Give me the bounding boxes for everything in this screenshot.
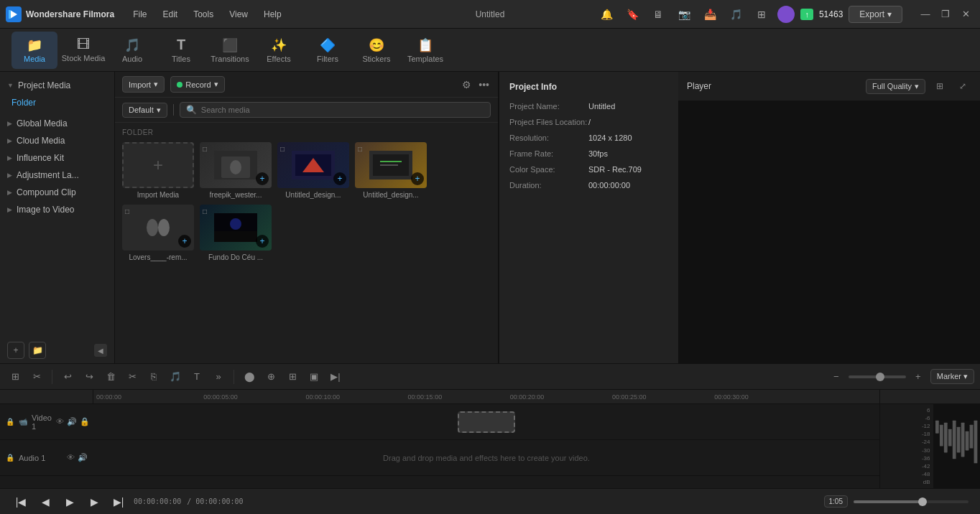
info-files-value: / [588, 118, 591, 126]
bell-icon[interactable]: 🎵 [726, 4, 746, 24]
download-icon[interactable]: 📥 [700, 4, 720, 24]
user-avatar[interactable] [777, 6, 795, 23]
step-forward-button[interactable]: ▶ [85, 492, 103, 511]
toolbar-filters[interactable]: 🔷 Filters [305, 32, 351, 69]
add-to-timeline-icon[interactable]: + [333, 172, 346, 185]
more-options-icon[interactable]: ••• [477, 78, 491, 92]
step-back-button[interactable]: ◀ [36, 492, 55, 511]
file-menu[interactable]: File [126, 6, 154, 22]
sidebar-item-compound-clip[interactable]: ▶ Compound Clip [0, 184, 114, 201]
export-button[interactable]: Export ▾ [849, 6, 902, 23]
ruler-mark-25: 00:00:25:00 [612, 393, 647, 401]
toolbar-stickers[interactable]: 😊 Stickers [353, 32, 399, 69]
import-button[interactable]: Import ▾ [122, 76, 165, 93]
sidebar-item-adjustment-layer[interactable]: ▶ Adjustment La... [0, 167, 114, 184]
quality-select[interactable]: Full Quality ▾ [866, 79, 925, 94]
list-item[interactable]: □ + Lovers____-rem... [122, 205, 194, 261]
toolbar-templates[interactable]: 📋 Templates [402, 32, 448, 69]
svg-rect-22 [943, 423, 947, 453]
forward-button[interactable]: ▶| [326, 368, 345, 386]
collapse-sidebar-button[interactable]: ◀ [94, 344, 107, 357]
camera-icon[interactable]: 📷 [674, 4, 694, 24]
close-button[interactable]: ✕ [957, 6, 974, 23]
delete-button[interactable]: 🗑 [101, 368, 120, 386]
text-button[interactable]: T [188, 368, 206, 386]
mute-icon[interactable]: 🔊 [78, 453, 88, 462]
toolbar-stock-media[interactable]: 🎞 Stock Media [60, 32, 106, 69]
list-item[interactable]: □ + freepik_wester... [200, 142, 272, 199]
import-thumb[interactable]: + [122, 142, 194, 188]
zoom-in-button[interactable]: + [909, 368, 928, 386]
folder-icon[interactable]: 📁 [29, 342, 46, 359]
frame-icon: □ [125, 207, 129, 215]
timeline-layout-icon[interactable]: ⊞ [6, 368, 24, 386]
zoom-out-button[interactable]: − [827, 368, 846, 386]
lock-track-icon[interactable]: 🔒 [80, 417, 90, 426]
toolbar-titles[interactable]: T Titles [158, 32, 204, 69]
notification-icon[interactable]: 🔔 [596, 4, 616, 24]
add-folder-icon[interactable]: + [7, 342, 24, 359]
mute-icon[interactable]: 🔊 [67, 417, 77, 426]
more-tools-button[interactable]: » [209, 368, 228, 386]
chevron-down-icon: ▾ [157, 106, 161, 115]
ratio-button[interactable]: 1:05 [824, 495, 848, 508]
undo-button[interactable]: ↩ [58, 368, 77, 386]
minimize-button[interactable]: — [917, 6, 934, 23]
add-to-timeline-icon[interactable]: + [256, 172, 269, 185]
monitor-icon[interactable]: 🖥 [648, 4, 668, 24]
import-media-item[interactable]: + Import Media [122, 142, 194, 199]
go-end-button[interactable]: ▶| [109, 492, 128, 511]
edit-menu[interactable]: Edit [155, 6, 185, 22]
add-to-timeline-icon[interactable]: + [178, 235, 191, 248]
total-time-display: / 00:00:00:00 [187, 497, 243, 505]
search-icon: 🔍 [186, 105, 197, 115]
sidebar-item-image-to-video[interactable]: ▶ Image to Video [0, 201, 114, 218]
filter-select[interactable]: Default ▾ [122, 103, 167, 118]
go-start-button[interactable]: |◀ [11, 492, 30, 511]
play-button[interactable]: ▶ [60, 492, 79, 511]
player-tab[interactable]: Player [687, 81, 711, 91]
sidebar-item-global-media[interactable]: ▶ Global Media [0, 115, 114, 132]
toolbar-audio[interactable]: 🎵 Audio [109, 32, 155, 69]
redo-button[interactable]: ↪ [80, 368, 98, 386]
list-item[interactable]: □ + Untitled_design... [355, 142, 427, 199]
tools-menu[interactable]: Tools [186, 6, 221, 22]
clip-button[interactable]: ▣ [305, 368, 323, 386]
cut-button[interactable]: ✂ [123, 368, 142, 386]
bookmark-icon[interactable]: 🔖 [622, 4, 642, 24]
sidebar-item-project-media[interactable]: ▼ Project Media [0, 76, 114, 95]
help-menu[interactable]: Help [256, 6, 289, 22]
player-expand-icon[interactable]: ⤢ [954, 78, 971, 95]
sidebar-item-cloud-media[interactable]: ▶ Cloud Media [0, 132, 114, 149]
video-track-icon: 📹 [19, 418, 27, 426]
add-to-timeline-icon[interactable]: + [256, 235, 269, 248]
maximize-button[interactable]: ❐ [937, 6, 954, 23]
volume-slider[interactable] [854, 500, 969, 503]
search-input[interactable] [201, 106, 484, 114]
grid-icon[interactable]: ⊞ [752, 4, 772, 24]
upgrade-badge[interactable]: ↑ [800, 9, 813, 20]
snap-button[interactable]: ⊕ [262, 368, 280, 386]
record-button[interactable]: Record ▾ [170, 76, 224, 93]
audio-button[interactable]: 🎵 [166, 368, 185, 386]
view-menu[interactable]: View [222, 6, 255, 22]
toolbar-media[interactable]: 📁 Media [11, 32, 57, 69]
copy-button[interactable]: ⎘ [144, 368, 163, 386]
filter-icon[interactable]: ⚙ [461, 78, 473, 92]
sidebar-item-influence-kit[interactable]: ▶ Influence Kit [0, 149, 114, 167]
add-to-timeline-icon[interactable]: + [411, 172, 424, 185]
svg-rect-28 [969, 425, 973, 449]
list-item[interactable]: □ + Untitled_design... [277, 142, 349, 199]
record-button[interactable]: ⬤ [240, 368, 259, 386]
player-grid-icon[interactable]: ⊞ [931, 78, 948, 95]
timeline-tools-icon[interactable]: ✂ [27, 368, 46, 386]
eye-icon[interactable]: 👁 [67, 453, 75, 462]
toolbar-transitions[interactable]: ⬛ Transitions [207, 32, 253, 69]
eye-icon[interactable]: 👁 [56, 417, 64, 426]
zoom-slider[interactable] [849, 375, 906, 378]
more-tools2-button[interactable]: ⊞ [283, 368, 302, 386]
marker-button[interactable]: Marker ▾ [930, 369, 974, 384]
sidebar-item-folder[interactable]: Folder [0, 95, 114, 111]
toolbar-effects[interactable]: ✨ Effects [256, 32, 302, 69]
list-item[interactable]: □ + Fundo Do Céu ... [200, 205, 272, 261]
